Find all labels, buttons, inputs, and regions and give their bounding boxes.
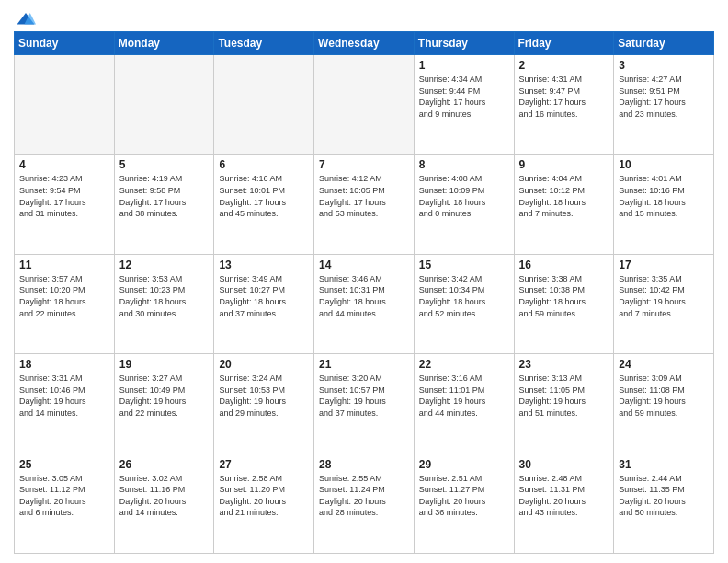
calendar-cell bbox=[314, 55, 415, 155]
day-number: 9 bbox=[519, 158, 609, 171]
day-info: Sunrise: 4:19 AM Sunset: 9:58 PM Dayligh… bbox=[119, 173, 210, 219]
day-number: 13 bbox=[219, 259, 309, 271]
day-number: 16 bbox=[519, 259, 609, 271]
day-number: 20 bbox=[219, 358, 309, 371]
day-number: 19 bbox=[119, 358, 210, 371]
calendar-cell: 2Sunrise: 4:31 AM Sunset: 9:47 PM Daylig… bbox=[514, 55, 614, 155]
day-info: Sunrise: 3:13 AM Sunset: 11:05 PM Daylig… bbox=[519, 373, 609, 419]
day-info: Sunrise: 4:16 AM Sunset: 10:01 PM Daylig… bbox=[219, 173, 309, 219]
calendar-cell: 13Sunrise: 3:49 AM Sunset: 10:27 PM Dayl… bbox=[214, 254, 314, 353]
day-number: 18 bbox=[19, 358, 109, 371]
day-number: 26 bbox=[119, 458, 210, 471]
week-row-2: 11Sunrise: 3:57 AM Sunset: 10:20 PM Dayl… bbox=[15, 254, 714, 353]
day-info: Sunrise: 2:55 AM Sunset: 11:24 PM Daylig… bbox=[319, 473, 409, 519]
day-info: Sunrise: 2:51 AM Sunset: 11:27 PM Daylig… bbox=[419, 473, 509, 519]
day-info: Sunrise: 3:02 AM Sunset: 11:16 PM Daylig… bbox=[119, 473, 210, 519]
day-info: Sunrise: 3:42 AM Sunset: 10:34 PM Daylig… bbox=[419, 273, 509, 319]
weekday-header-friday: Friday bbox=[514, 32, 614, 55]
week-row-4: 25Sunrise: 3:05 AM Sunset: 11:12 PM Dayl… bbox=[15, 454, 714, 553]
day-number: 23 bbox=[519, 358, 609, 371]
page: SundayMondayTuesdayWednesdayThursdayFrid… bbox=[0, 0, 728, 563]
day-info: Sunrise: 3:53 AM Sunset: 10:23 PM Daylig… bbox=[119, 273, 210, 319]
day-info: Sunrise: 4:04 AM Sunset: 10:12 PM Daylig… bbox=[519, 173, 609, 219]
day-info: Sunrise: 2:48 AM Sunset: 11:31 PM Daylig… bbox=[519, 473, 609, 519]
calendar-cell: 11Sunrise: 3:57 AM Sunset: 10:20 PM Dayl… bbox=[15, 254, 115, 353]
day-number: 17 bbox=[619, 259, 709, 271]
calendar-cell: 18Sunrise: 3:31 AM Sunset: 10:46 PM Dayl… bbox=[15, 354, 115, 454]
calendar-cell: 24Sunrise: 3:09 AM Sunset: 11:08 PM Dayl… bbox=[614, 354, 714, 454]
weekday-header-sunday: Sunday bbox=[15, 32, 115, 55]
day-info: Sunrise: 3:27 AM Sunset: 10:49 PM Daylig… bbox=[119, 373, 210, 419]
day-number: 28 bbox=[319, 458, 409, 471]
calendar-cell: 12Sunrise: 3:53 AM Sunset: 10:23 PM Dayl… bbox=[114, 254, 214, 353]
weekday-header-tuesday: Tuesday bbox=[214, 32, 314, 55]
day-number: 11 bbox=[19, 259, 109, 271]
day-number: 10 bbox=[619, 158, 709, 171]
week-row-3: 18Sunrise: 3:31 AM Sunset: 10:46 PM Dayl… bbox=[15, 354, 714, 454]
calendar-cell: 31Sunrise: 2:44 AM Sunset: 11:35 PM Dayl… bbox=[614, 454, 714, 553]
day-number: 31 bbox=[619, 458, 709, 471]
calendar-cell: 28Sunrise: 2:55 AM Sunset: 11:24 PM Dayl… bbox=[314, 454, 415, 553]
day-info: Sunrise: 3:49 AM Sunset: 10:27 PM Daylig… bbox=[219, 273, 309, 319]
weekday-header-wednesday: Wednesday bbox=[314, 32, 415, 55]
calendar-cell: 14Sunrise: 3:46 AM Sunset: 10:31 PM Dayl… bbox=[314, 254, 415, 353]
calendar-cell: 7Sunrise: 4:12 AM Sunset: 10:05 PM Dayli… bbox=[314, 155, 415, 254]
day-info: Sunrise: 3:57 AM Sunset: 10:20 PM Daylig… bbox=[19, 273, 109, 319]
day-number: 22 bbox=[419, 358, 509, 371]
day-info: Sunrise: 3:46 AM Sunset: 10:31 PM Daylig… bbox=[319, 273, 409, 319]
day-number: 12 bbox=[119, 259, 210, 271]
day-info: Sunrise: 3:09 AM Sunset: 11:08 PM Daylig… bbox=[619, 373, 709, 419]
calendar-cell: 8Sunrise: 4:08 AM Sunset: 10:09 PM Dayli… bbox=[414, 155, 514, 254]
calendar-cell: 25Sunrise: 3:05 AM Sunset: 11:12 PM Dayl… bbox=[15, 454, 115, 553]
calendar-cell: 21Sunrise: 3:20 AM Sunset: 10:57 PM Dayl… bbox=[314, 354, 415, 454]
day-number: 2 bbox=[519, 59, 609, 72]
day-info: Sunrise: 4:34 AM Sunset: 9:44 PM Dayligh… bbox=[419, 74, 509, 120]
day-info: Sunrise: 4:12 AM Sunset: 10:05 PM Daylig… bbox=[319, 173, 409, 219]
calendar-cell: 29Sunrise: 2:51 AM Sunset: 11:27 PM Dayl… bbox=[414, 454, 514, 553]
day-info: Sunrise: 3:20 AM Sunset: 10:57 PM Daylig… bbox=[319, 373, 409, 419]
day-number: 4 bbox=[19, 158, 109, 171]
weekday-header-thursday: Thursday bbox=[414, 32, 514, 55]
day-info: Sunrise: 4:01 AM Sunset: 10:16 PM Daylig… bbox=[619, 173, 709, 219]
week-row-0: 1Sunrise: 4:34 AM Sunset: 9:44 PM Daylig… bbox=[15, 55, 714, 155]
day-info: Sunrise: 4:27 AM Sunset: 9:51 PM Dayligh… bbox=[619, 74, 709, 120]
calendar-cell: 30Sunrise: 2:48 AM Sunset: 11:31 PM Dayl… bbox=[514, 454, 614, 553]
calendar-cell: 27Sunrise: 2:58 AM Sunset: 11:20 PM Dayl… bbox=[214, 454, 314, 553]
day-number: 30 bbox=[519, 458, 609, 471]
week-row-1: 4Sunrise: 4:23 AM Sunset: 9:54 PM Daylig… bbox=[15, 155, 714, 254]
header bbox=[14, 9, 714, 26]
weekday-header-row: SundayMondayTuesdayWednesdayThursdayFrid… bbox=[15, 32, 714, 55]
day-info: Sunrise: 4:08 AM Sunset: 10:09 PM Daylig… bbox=[419, 173, 509, 219]
day-info: Sunrise: 4:31 AM Sunset: 9:47 PM Dayligh… bbox=[519, 74, 609, 120]
calendar-cell: 4Sunrise: 4:23 AM Sunset: 9:54 PM Daylig… bbox=[15, 155, 115, 254]
day-number: 1 bbox=[419, 59, 509, 72]
logo-icon bbox=[16, 9, 36, 29]
day-number: 14 bbox=[319, 259, 409, 271]
calendar-cell: 3Sunrise: 4:27 AM Sunset: 9:51 PM Daylig… bbox=[614, 55, 714, 155]
calendar-cell: 9Sunrise: 4:04 AM Sunset: 10:12 PM Dayli… bbox=[514, 155, 614, 254]
calendar-cell: 6Sunrise: 4:16 AM Sunset: 10:01 PM Dayli… bbox=[214, 155, 314, 254]
day-info: Sunrise: 3:16 AM Sunset: 11:01 PM Daylig… bbox=[419, 373, 509, 419]
calendar-cell bbox=[15, 55, 115, 155]
day-info: Sunrise: 3:31 AM Sunset: 10:46 PM Daylig… bbox=[19, 373, 109, 419]
day-info: Sunrise: 3:24 AM Sunset: 10:53 PM Daylig… bbox=[219, 373, 309, 419]
calendar-cell: 17Sunrise: 3:35 AM Sunset: 10:42 PM Dayl… bbox=[614, 254, 714, 353]
day-number: 24 bbox=[619, 358, 709, 371]
day-number: 29 bbox=[419, 458, 509, 471]
calendar-cell: 10Sunrise: 4:01 AM Sunset: 10:16 PM Dayl… bbox=[614, 155, 714, 254]
day-number: 21 bbox=[319, 358, 409, 371]
day-number: 5 bbox=[119, 158, 210, 171]
day-number: 7 bbox=[319, 158, 409, 171]
calendar-cell: 15Sunrise: 3:42 AM Sunset: 10:34 PM Dayl… bbox=[414, 254, 514, 353]
day-number: 25 bbox=[19, 458, 109, 471]
day-number: 27 bbox=[219, 458, 309, 471]
calendar-cell: 22Sunrise: 3:16 AM Sunset: 11:01 PM Dayl… bbox=[414, 354, 514, 454]
calendar-cell: 26Sunrise: 3:02 AM Sunset: 11:16 PM Dayl… bbox=[114, 454, 214, 553]
day-number: 8 bbox=[419, 158, 509, 171]
calendar-cell: 19Sunrise: 3:27 AM Sunset: 10:49 PM Dayl… bbox=[114, 354, 214, 454]
day-info: Sunrise: 2:58 AM Sunset: 11:20 PM Daylig… bbox=[219, 473, 309, 519]
calendar-cell: 20Sunrise: 3:24 AM Sunset: 10:53 PM Dayl… bbox=[214, 354, 314, 454]
calendar-cell: 5Sunrise: 4:19 AM Sunset: 9:58 PM Daylig… bbox=[114, 155, 214, 254]
day-number: 3 bbox=[619, 59, 709, 72]
calendar-cell bbox=[114, 55, 214, 155]
